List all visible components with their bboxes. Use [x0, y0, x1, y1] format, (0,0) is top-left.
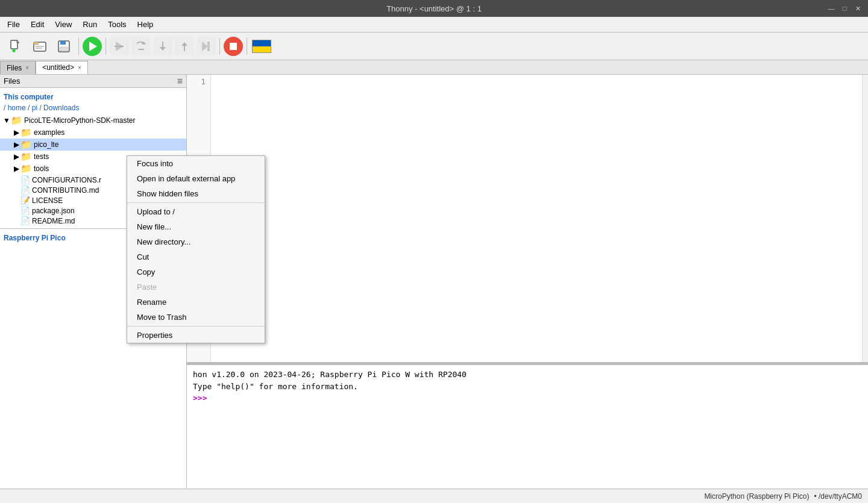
save-icon [57, 39, 71, 54]
label-packagejson: package.json [32, 207, 75, 215]
ctx-open-external[interactable]: Open in default external app [127, 171, 265, 186]
folder-icon-pico-lte: 📁 [20, 139, 32, 150]
file-icon-configurations: 📄 [20, 175, 30, 184]
editor-tab[interactable]: <untitled> × [36, 61, 88, 74]
stop-icon [230, 43, 237, 50]
toolbar-separator-3 [219, 38, 220, 55]
resume-icon [200, 40, 213, 53]
file-icon-license: 📝 [20, 196, 30, 205]
ctx-copy[interactable]: Copy [127, 264, 265, 280]
step-over-icon [134, 40, 148, 53]
svg-marker-20 [207, 42, 210, 51]
maximize-button[interactable]: □ [839, 3, 850, 14]
editor-tab-close[interactable]: × [78, 64, 81, 71]
files-panel-title: Files [4, 77, 20, 86]
step-into-button[interactable] [153, 37, 172, 56]
editor-panel: 1 hon v1.20.0 on 2023-04-26; Raspberry P… [187, 75, 868, 503]
label-configurations: CONFIGURATIONS.r [32, 176, 101, 184]
svg-rect-5 [34, 42, 39, 45]
files-panel-header: Files ≡ [0, 75, 186, 88]
menu-edit[interactable]: Edit [26, 19, 49, 30]
status-bar: MicroPython (Raspberry Pi Pico) • /dev/t… [0, 489, 868, 503]
breadcrumb-home[interactable]: home [8, 104, 26, 112]
folder-icon-picoltesdk: 📁 [11, 115, 22, 126]
load-button[interactable] [29, 36, 51, 57]
interpreter-label: MicroPython (Raspberry Pi Pico) [704, 492, 809, 501]
save-button[interactable] [53, 36, 75, 57]
context-menu: Focus into Open in default external app … [127, 155, 265, 343]
ctx-new-file[interactable]: New file... [127, 219, 265, 234]
breadcrumb-downloads[interactable]: Downloads [43, 104, 79, 112]
ctx-properties[interactable]: Properties [127, 328, 265, 343]
device-label: • /dev/ttyACM0 [814, 492, 862, 501]
step-out-icon [178, 40, 191, 53]
resume-button[interactable] [197, 37, 216, 56]
toolbar-separator-2 [105, 38, 106, 55]
stop-button[interactable] [224, 37, 243, 56]
folder-icon-tests: 📁 [20, 151, 32, 162]
tree-item-examples[interactable]: ▶ 📁 examples [0, 127, 186, 139]
ukraine-button[interactable] [251, 36, 272, 57]
this-computer-label[interactable]: This computer [0, 90, 186, 102]
new-file-icon [8, 39, 23, 54]
svg-marker-1 [17, 40, 19, 43]
ctx-paste: Paste [127, 280, 265, 295]
menu-tools[interactable]: Tools [103, 19, 131, 30]
svg-marker-18 [181, 42, 187, 46]
toggle-tools[interactable]: ▶ [12, 164, 20, 173]
folder-icon-examples: 📁 [20, 127, 32, 138]
toggle-tests[interactable]: ▶ [12, 152, 20, 161]
ctx-rename[interactable]: Rename [127, 295, 265, 310]
toolbar-separator-1 [78, 38, 79, 55]
minimize-button[interactable]: — [826, 3, 837, 14]
close-button[interactable]: ✕ [852, 3, 863, 14]
terminal-line-2: Type "help()" for more information. [193, 381, 862, 393]
label-pico-lte: pico_lte [34, 140, 58, 149]
debug-button[interactable] [110, 37, 129, 56]
breadcrumb: / home / pi / Downloads [0, 102, 186, 113]
ctx-upload[interactable]: Upload to / [127, 204, 265, 219]
line-number-1: 1 [192, 77, 206, 86]
terminal-prompt: >>> [193, 393, 207, 402]
ctx-focus-into[interactable]: Focus into [127, 156, 265, 171]
code-editor[interactable] [211, 75, 862, 362]
editor-tab-label: <untitled> [42, 63, 74, 72]
label-tools: tools [34, 164, 49, 173]
menu-run[interactable]: Run [78, 19, 102, 30]
run-button[interactable] [83, 37, 102, 56]
files-tab[interactable]: Files × [0, 61, 36, 74]
tabs-row: Files × <untitled> × [0, 60, 868, 75]
computer-section: This computer / home / pi / Downloads [0, 88, 186, 114]
ctx-new-directory[interactable]: New directory... [127, 234, 265, 249]
tree-item-picoltesdk[interactable]: ▼ 📁 PicoLTE-MicroPython-SDK-master [0, 114, 186, 127]
file-icon-packagejson: 📄 [20, 206, 30, 215]
menu-help[interactable]: Help [133, 19, 159, 30]
editor-scrollbar[interactable] [862, 75, 868, 362]
step-over-button[interactable] [131, 37, 151, 56]
folder-icon-tools: 📁 [20, 163, 32, 174]
debug-icon [113, 40, 126, 53]
toggle-pico-lte[interactable]: ▶ [12, 140, 20, 149]
menu-file[interactable]: File [2, 19, 25, 30]
label-contributing: CONTRIBUTING.md [32, 186, 99, 195]
ctx-cut[interactable]: Cut [127, 249, 265, 264]
terminal-prompt-line[interactable]: >>> [193, 392, 862, 404]
files-tab-close[interactable]: × [25, 64, 29, 71]
files-menu-icon[interactable]: ≡ [177, 76, 183, 87]
label-examples: examples [34, 128, 64, 137]
toggle-picoltesdk[interactable]: ▼ [2, 116, 11, 125]
menu-view[interactable]: View [50, 19, 77, 30]
ctx-move-trash[interactable]: Move to Trash [127, 310, 265, 325]
new-file-button[interactable] [5, 36, 27, 57]
file-icon-readme: 📄 [20, 216, 30, 225]
file-icon-contributing: 📄 [20, 186, 30, 195]
window-controls[interactable]: — □ ✕ [826, 3, 863, 14]
ctx-sep-1 [127, 202, 265, 203]
terminal-panel: hon v1.20.0 on 2023-04-26; Raspberry Pi … [187, 364, 868, 503]
ctx-show-hidden[interactable]: Show hidden files [127, 186, 265, 201]
breadcrumb-pi[interactable]: pi [32, 104, 37, 112]
toggle-examples[interactable]: ▶ [12, 128, 20, 137]
ukraine-flag-icon [252, 40, 271, 53]
tree-item-pico-lte[interactable]: ▶ 📁 pico_lte [0, 139, 186, 151]
step-out-button[interactable] [175, 37, 194, 56]
